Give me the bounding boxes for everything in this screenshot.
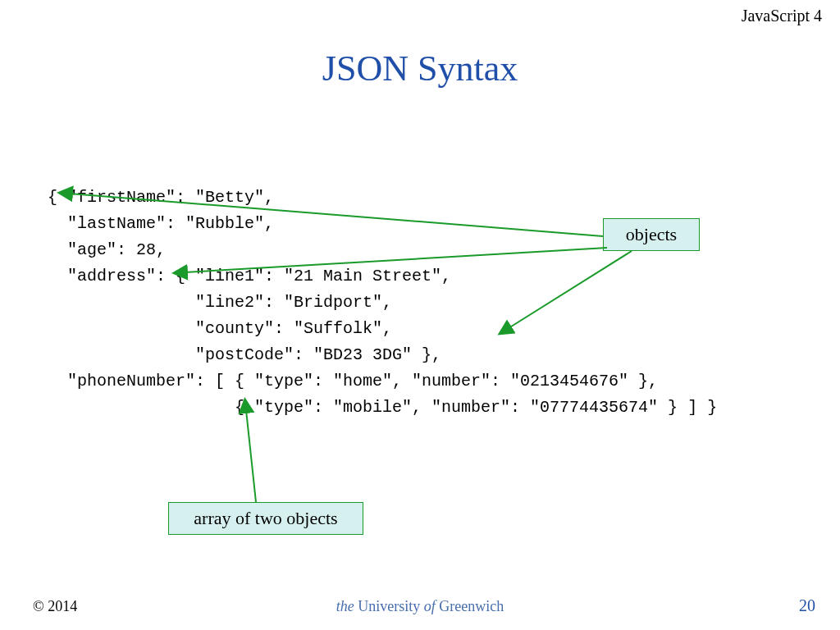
header-topic: JavaScript 4 <box>742 7 822 25</box>
footer-word-greenwich: Greenwich <box>436 598 504 614</box>
code-line: "address": { "line1": "21 Main Street", <box>48 267 451 285</box>
footer-affiliation: the University of Greenwich <box>0 598 840 615</box>
code-line: "county": "Suffolk", <box>48 319 392 338</box>
code-line: { "type": "mobile", "number": "077744356… <box>48 398 717 417</box>
callout-objects: objects <box>603 218 700 251</box>
code-line: "phoneNumber": [ { "type": "home", "numb… <box>48 372 658 390</box>
code-line: "line2": "Bridport", <box>48 293 392 312</box>
footer-page-number: 20 <box>799 596 815 615</box>
svg-line-3 <box>246 410 256 502</box>
code-line: { "firstName": "Betty", <box>48 188 274 207</box>
footer-word-university: University <box>354 598 424 614</box>
footer-word-of: of <box>424 598 436 614</box>
footer-word-the: the <box>336 598 354 614</box>
code-line: "lastName": "Rubble", <box>48 214 274 233</box>
slide-title: JSON Syntax <box>0 48 840 89</box>
code-line: "age": 28, <box>48 240 166 259</box>
code-line: "postCode": "BD23 3DG" }, <box>48 345 441 364</box>
callout-array: array of two objects <box>168 502 363 535</box>
